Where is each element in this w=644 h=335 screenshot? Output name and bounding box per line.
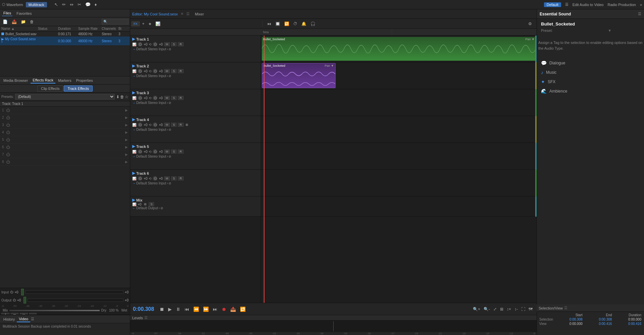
pause-btn[interactable]: ⏸ xyxy=(175,306,182,313)
delete-file-btn[interactable]: 🗑 xyxy=(29,19,35,25)
tool-pencil[interactable]: ✏ xyxy=(61,1,67,8)
track-2-input-label[interactable]: Default Stereo Input xyxy=(136,74,166,78)
radio-production[interactable]: Radio Production xyxy=(607,3,636,7)
tag-sfx[interactable]: ✦ SFX xyxy=(541,79,640,85)
track-2-clip[interactable]: Bullet_Socketed Pan ▼ xyxy=(262,63,336,88)
tool-select[interactable]: ↖ xyxy=(53,1,59,8)
effect-slot-2[interactable]: 2 ⏻ ▶ xyxy=(0,114,130,121)
delete-preset-btn[interactable]: 🗑 xyxy=(120,95,124,99)
download-preset-btn[interactable]: ⬇ xyxy=(116,95,119,99)
search-input[interactable] xyxy=(102,19,129,24)
track-1-pan-power[interactable]: ⏻ xyxy=(153,42,157,47)
headphone-btn[interactable]: 🎧 xyxy=(309,21,317,27)
preset-button[interactable]: Default xyxy=(544,2,561,7)
track-2-power[interactable]: ⏻ xyxy=(138,69,142,73)
track-5-input-label[interactable]: Default Stereo Input xyxy=(136,155,166,158)
properties-tab[interactable]: Properties xyxy=(74,78,95,83)
track-2-pan-power[interactable]: ⏻ xyxy=(153,69,157,73)
track-6-mute-icon[interactable]: ⊘ xyxy=(168,181,171,185)
track-3-ms-btn[interactable]: M xyxy=(164,96,170,100)
fx-btn[interactable]: FX xyxy=(132,21,140,26)
mix-mute-icon[interactable]: ⊘ xyxy=(160,206,163,210)
track-1-s-btn[interactable]: S xyxy=(171,42,177,46)
tool-speech[interactable]: 💬 xyxy=(84,1,92,8)
video-tab[interactable]: Video xyxy=(17,316,30,322)
files-tab[interactable]: Files xyxy=(2,10,12,16)
track-4-ms-btn[interactable]: M xyxy=(164,123,170,127)
track-6-s-btn[interactable]: S xyxy=(171,176,177,180)
track-4-s-btn[interactable]: S xyxy=(171,123,177,127)
tool-range[interactable]: ⇔ xyxy=(68,1,75,8)
timecode-btn[interactable]: ⏱ xyxy=(292,21,299,27)
track-5-s-btn[interactable]: S xyxy=(171,150,177,154)
track-6-input-label[interactable]: Default Stereo Input xyxy=(136,181,166,185)
effect-slot-4[interactable]: 4 ⏻ ▶ xyxy=(0,129,130,136)
track-effects-tab[interactable]: Track Effects xyxy=(64,86,93,92)
full-screen-btn[interactable]: ⛶ xyxy=(520,306,527,312)
track-2-s-btn[interactable]: S xyxy=(171,69,177,73)
history-tab[interactable]: History xyxy=(1,317,17,322)
loop-play-btn[interactable]: 🔁 xyxy=(239,306,247,313)
track-5-row[interactable] xyxy=(261,143,537,170)
track-5-pan-power[interactable]: ⏻ xyxy=(153,149,157,154)
mixer-tab[interactable]: Mixer xyxy=(192,11,207,17)
track-6-pan-power[interactable]: ⏻ xyxy=(153,176,157,181)
track-4-input-label[interactable]: Default Stereo Input xyxy=(136,128,166,131)
media-browser-tab[interactable]: Media Browser xyxy=(1,78,30,83)
clip-properties-btn[interactable]: ◈ xyxy=(147,21,153,26)
ffwd-btn[interactable]: ⏩ xyxy=(202,306,210,313)
track-2-row[interactable]: Bullet_Socketed Pan ▼ xyxy=(261,62,537,89)
track-1-input-label[interactable]: Default Stereo Input xyxy=(136,47,166,51)
track-3-row[interactable] xyxy=(261,89,537,116)
track-6-power[interactable]: ⏻ xyxy=(138,176,142,181)
waveform-tab[interactable]: ⬡ Waveform xyxy=(2,2,23,7)
track-4-row[interactable] xyxy=(261,116,537,143)
tag-dialogue[interactable]: 💬 Dialogue xyxy=(541,60,640,66)
levels-menu-icon[interactable]: ☰ xyxy=(144,316,148,320)
effect-slot-6[interactable]: 6 ⏻ ▶ xyxy=(0,144,130,151)
rewind-btn[interactable]: ⏪ xyxy=(192,306,200,313)
essential-sound-menu-icon[interactable]: ☰ xyxy=(638,12,641,16)
file-row-bullet[interactable]: Bullet_Socketed.wav 0:00.171 48000 Hz St… xyxy=(0,32,130,37)
track-3-s-btn[interactable]: S xyxy=(171,96,177,100)
zoom-out-btn[interactable]: 🔍- xyxy=(482,306,491,312)
track-5-ms-btn[interactable]: M xyxy=(164,150,170,154)
zoom-in-btn[interactable]: 🔍+ xyxy=(472,306,482,312)
export-btn[interactable]: 📤 xyxy=(229,306,237,313)
effect-slot-8[interactable]: 8 ⏻ ▶ xyxy=(0,158,130,166)
tag-ambience[interactable]: 🌊 Ambience xyxy=(541,89,640,94)
effect-slot-1[interactable]: 1 ⏻ ▶ xyxy=(0,107,130,114)
track-6-r-btn[interactable]: R xyxy=(178,176,184,180)
preset-dropdown-icon[interactable]: ▼ xyxy=(608,29,640,33)
settings-btn[interactable]: ⚙ xyxy=(527,21,533,27)
tool-cut[interactable]: ✂ xyxy=(76,1,83,8)
track-1-clip[interactable]: Bullet_Socketed Pan ▼ xyxy=(262,37,536,61)
zoom-h-in-btn[interactable]: ↕+ xyxy=(505,306,512,312)
track-6-row[interactable] xyxy=(261,170,537,197)
track-5-r-btn[interactable]: R xyxy=(178,150,184,154)
play-btn[interactable]: ▶ xyxy=(167,306,173,313)
track-3-input-label[interactable]: Default Stereo Input xyxy=(136,101,166,105)
nudge-left-btn[interactable]: ⏮ xyxy=(266,21,273,27)
skip-end-btn[interactable]: ⏭ xyxy=(211,306,219,313)
clip-effects-tab[interactable]: Clip Effects xyxy=(37,86,63,92)
track-3-mute-icon[interactable]: ⊘ xyxy=(168,101,171,105)
folder-btn[interactable]: 📁 xyxy=(19,19,27,25)
track-4-r-btn[interactable]: R xyxy=(178,123,184,127)
zoom-full-btn[interactable]: ⤢ xyxy=(492,306,498,312)
video-menu-icon[interactable]: ☰ xyxy=(31,317,34,321)
expand-icon[interactable]: » xyxy=(640,3,642,7)
track-3-pan-power[interactable]: ⏻ xyxy=(153,96,157,100)
overview-btn[interactable]: 🗺 xyxy=(527,306,534,312)
zoom-h-out-btn[interactable]: ↕- xyxy=(513,306,519,312)
editor-close-icon[interactable]: ✕ xyxy=(181,12,184,16)
track-4-power[interactable]: ⏻ xyxy=(138,122,142,127)
track-1-r-btn[interactable]: R xyxy=(178,42,184,46)
track-5-power[interactable]: ⏻ xyxy=(138,149,142,154)
track-3-r-btn[interactable]: R xyxy=(178,96,184,100)
track-6-ms-btn[interactable]: M xyxy=(164,176,170,180)
track-3-power[interactable]: ⏻ xyxy=(138,96,142,100)
track-2-r-btn[interactable]: R xyxy=(178,69,184,73)
waveform-view-btn[interactable]: 📊 xyxy=(154,21,162,27)
tool-marker[interactable]: ♦ xyxy=(93,1,98,8)
